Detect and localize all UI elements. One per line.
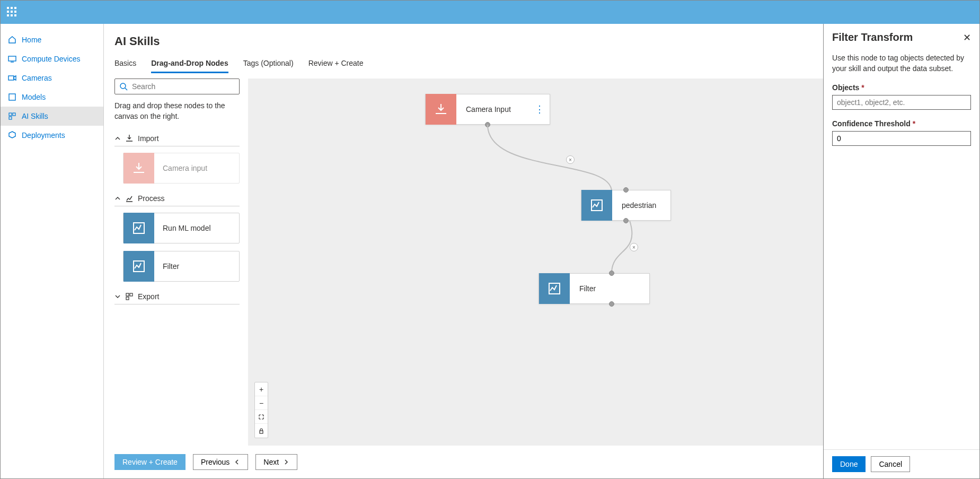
edge [248,79,725,450]
tab-basics[interactable]: Basics [114,57,136,73]
input-port[interactable] [623,187,629,193]
edge [248,79,725,450]
sidebar-item-home[interactable]: Home [1,30,103,49]
sidebar-item-cameras[interactable]: Cameras [1,68,103,88]
button-label: Next [263,458,279,466]
filter-icon [123,251,154,282]
sidebar-item-label: Compute Devices [22,55,81,63]
fit-button[interactable] [255,410,268,424]
zoom-out-button[interactable]: − [255,396,268,410]
group-label: Process [138,194,165,203]
chevron-down-icon [114,293,121,300]
threshold-input[interactable] [832,131,971,146]
search-icon [119,82,128,91]
svg-rect-6 [9,117,12,119]
canvas[interactable]: Camera Input ⋮ × pedestrian [248,79,823,446]
svg-point-7 [120,83,126,89]
delete-edge-button[interactable]: × [630,243,638,251]
svg-rect-4 [9,113,12,116]
sidebar-item-label: Deployments [22,131,65,140]
objects-label: Objects * [832,83,971,92]
search-box[interactable] [114,79,240,94]
zoom-controls: + − [254,382,268,438]
tab-tags[interactable]: Tags (Optional) [243,57,294,73]
node-label: Filter [570,284,605,293]
svg-rect-3 [9,94,15,100]
palette-node-run-ml-model[interactable]: Run ML model [123,213,240,243]
tabs: Basics Drag-and-Drop Nodes Tags (Optiona… [114,57,813,73]
palette-help: Drag and drop these nodes to the canvas … [114,101,240,121]
model-icon [123,213,154,243]
palette-node-filter[interactable]: Filter [123,251,240,282]
sidebar-item-models[interactable]: Models [1,88,103,107]
chevron-right-icon [283,459,289,465]
svg-rect-2 [8,76,14,80]
delete-edge-button[interactable]: × [566,155,575,164]
home-icon [8,36,16,44]
svg-rect-11 [126,293,129,296]
output-port[interactable] [485,122,490,127]
group-export[interactable]: Export [114,289,240,304]
lock-button[interactable] [255,424,268,438]
sidebar-item-label: Cameras [22,74,52,82]
properties-panel: Filter Transform ✕ Use this node to tag … [823,24,979,478]
done-button[interactable]: Done [832,456,866,472]
svg-rect-0 [8,56,16,61]
svg-rect-5 [13,113,15,116]
node-label: Camera input [154,164,216,172]
group-process[interactable]: Process [114,191,240,206]
svg-line-8 [125,88,127,90]
deployment-icon [8,131,16,140]
group-label: Export [138,292,159,301]
palette-node-camera-input[interactable]: Camera input [123,153,240,184]
sidebar-item-label: AI Skills [22,112,48,120]
camera-input-icon [426,94,456,125]
canvas-node-filter[interactable]: Filter [538,273,650,304]
filter-icon [539,273,570,304]
skills-icon [8,112,16,120]
close-icon[interactable]: ✕ [963,32,971,43]
search-input[interactable] [132,82,235,91]
more-icon[interactable]: ⋮ [535,104,544,114]
sidebar-item-ai-skills[interactable]: AI Skills [1,107,103,126]
output-port[interactable] [623,218,629,223]
review-create-button[interactable]: Review + Create [114,454,186,470]
canvas-node-camera-input[interactable]: Camera Input ⋮ [425,94,550,125]
chevron-up-icon [114,135,121,142]
canvas-node-pedestrian[interactable]: pedestrian [581,190,671,221]
sidebar: Home Compute Devices Cameras Models AI S… [1,24,104,478]
group-label: Import [138,134,159,143]
objects-input[interactable] [832,95,971,110]
chevron-up-icon [114,195,121,202]
node-label: Camera Input [456,105,520,114]
panel-description: Use this node to tag objects detected by… [832,53,971,74]
input-port[interactable] [609,271,614,276]
panel-title: Filter Transform [832,31,913,43]
model-icon [581,190,612,221]
group-import[interactable]: Import [114,131,240,146]
zoom-in-button[interactable]: + [255,382,268,396]
previous-button[interactable]: Previous [193,454,248,470]
node-label: Filter [154,262,188,271]
export-icon [125,292,134,301]
footer: Review + Create Previous Next [104,446,823,478]
output-port[interactable] [609,301,614,307]
tab-review[interactable]: Review + Create [308,57,364,73]
model-icon [8,93,16,101]
sidebar-item-label: Models [22,93,46,101]
download-icon [125,134,134,143]
sidebar-item-deployments[interactable]: Deployments [1,126,103,145]
app-launcher-icon[interactable] [7,7,17,18]
tab-drag-and-drop[interactable]: Drag-and-Drop Nodes [151,57,228,73]
svg-rect-16 [260,431,263,433]
next-button[interactable]: Next [255,454,297,470]
chevron-left-icon [234,459,240,465]
page-header: AI Skills Basics Drag-and-Drop Nodes Tag… [104,24,823,79]
camera-icon [8,74,16,82]
threshold-label: Confidence Threshold * [832,119,971,128]
sidebar-item-label: Home [22,36,41,44]
cancel-button[interactable]: Cancel [871,456,910,472]
node-label: Run ML model [154,224,219,232]
sidebar-item-compute-devices[interactable]: Compute Devices [1,49,103,68]
camera-input-icon [123,153,154,184]
